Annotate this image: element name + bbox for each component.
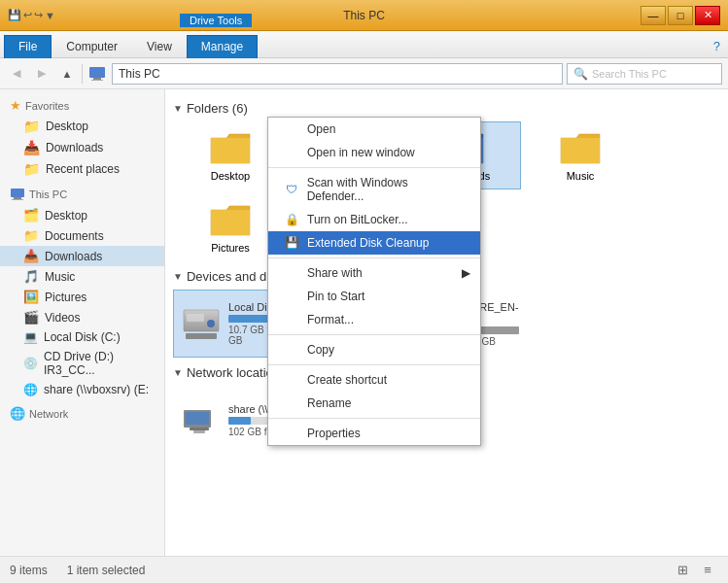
folder-icon: 📁 — [23, 119, 40, 134]
view-buttons: ⊞ ≡ — [672, 560, 718, 581]
forward-button[interactable]: ▶ — [31, 63, 52, 85]
maximize-button[interactable]: □ — [668, 6, 693, 25]
ctx-pin-start[interactable]: Pin to Start — [268, 285, 480, 308]
ctx-sep-1 — [268, 167, 480, 168]
up-button[interactable]: ▲ — [56, 63, 78, 85]
sidebar-item-music-pc[interactable]: 🎵 Music — [0, 266, 164, 287]
sidebar-item-documents-pc[interactable]: 📁 Documents — [0, 225, 164, 246]
svg-rect-11 — [186, 333, 217, 339]
this-pc-sidebar-icon — [10, 187, 25, 202]
cd-drive-icon: 💿 — [23, 357, 38, 370]
ctx-create-shortcut[interactable]: Create shortcut — [268, 368, 480, 392]
sidebar-section-network: 🌐 Network — [0, 403, 164, 424]
folder-tile-music[interactable]: Music — [523, 121, 638, 189]
ctx-bitlocker[interactable]: 🔒 Turn on BitLocker... — [268, 208, 480, 231]
network-share-icon: 🌐 — [23, 383, 38, 396]
folder-docs-icon: 📁 — [23, 228, 39, 243]
help-button[interactable]: ? — [706, 35, 728, 57]
ctx-lock-icon: 🔒 — [284, 213, 299, 226]
sidebar-item-desktop-pc[interactable]: 🗂️ Desktop — [0, 205, 164, 225]
sidebar-item-recent[interactable]: 📁 Recent places — [0, 158, 164, 180]
search-icon: 🔍 — [573, 67, 588, 81]
sidebar-item-pictures-pc[interactable]: 🖼️ Pictures — [0, 287, 164, 307]
window-controls: — □ ✕ — [641, 6, 720, 25]
address-path[interactable]: This PC — [112, 63, 563, 85]
sidebar-section-favorites: ★ Favorites 📁 Desktop 📥 Downloads 📁 Rece… — [0, 95, 164, 180]
sidebar-item-cdDrive[interactable]: 💿 CD Drive (D:) IR3_CC... — [0, 347, 164, 380]
ctx-share-arrow: ▶ — [462, 266, 470, 280]
title-bar: 💾 ↩ ↪ ▼ This PC — □ ✕ — [0, 0, 728, 31]
sidebar-item-downloads-fav[interactable]: 📥 Downloads — [0, 137, 164, 158]
ctx-open[interactable]: Open — [268, 118, 480, 141]
folder-down-icon: 📥 — [23, 140, 40, 155]
recent-icon: 📁 — [23, 161, 40, 177]
folder-music-icon: 🎵 — [23, 269, 39, 284]
ctx-format[interactable]: Format... — [268, 308, 480, 331]
svg-rect-17 — [186, 412, 209, 425]
folders-section-header: ▼ Folders (6) — [173, 101, 720, 116]
search-placeholder: Search This PC — [592, 68, 667, 80]
ribbon: File Computer View Manage ? — [0, 31, 728, 58]
sidebar-item-share[interactable]: 🌐 share (\\vboxsrv) (E: — [0, 380, 164, 399]
address-bar: ◀ ▶ ▲ This PC 🔍 Search This PC — [0, 58, 728, 89]
svg-rect-1 — [93, 78, 101, 80]
network-share-icon-large — [182, 400, 221, 439]
pictures-folder-icon — [207, 202, 254, 239]
chevron-devices: ▼ — [173, 271, 183, 282]
ctx-scan-icon: 🛡 — [284, 183, 299, 196]
window-title: This PC — [343, 9, 385, 22]
ctx-sep-4 — [268, 364, 480, 365]
view-list-button[interactable]: ≡ — [697, 560, 718, 581]
ctx-share-with[interactable]: Share with ▶ — [268, 261, 480, 285]
sidebar-header-favorites[interactable]: ★ Favorites — [0, 95, 164, 116]
separator — [82, 64, 83, 84]
minimize-button[interactable]: — — [641, 6, 666, 25]
close-button[interactable]: ✕ — [695, 6, 720, 25]
view-tiles-button[interactable]: ⊞ — [672, 560, 693, 581]
ctx-sep-5 — [268, 418, 480, 419]
folder-dl-icon: 📥 — [23, 249, 39, 263]
ctx-sep-3 — [268, 334, 480, 335]
svg-rect-9 — [187, 314, 204, 322]
ctx-sep-2 — [268, 257, 480, 258]
chevron-folders: ▼ — [173, 103, 183, 114]
back-button[interactable]: ◀ — [6, 63, 27, 85]
local-disk-icon — [182, 304, 221, 343]
svg-rect-3 — [11, 189, 24, 197]
svg-point-10 — [207, 320, 215, 327]
tab-manage[interactable]: Manage — [187, 35, 258, 58]
svg-rect-4 — [14, 197, 21, 199]
ctx-rename[interactable]: Rename — [268, 392, 480, 415]
search-box[interactable]: 🔍 Search This PC — [567, 63, 722, 85]
status-bar: 9 items 1 item selected ⊞ ≡ — [0, 556, 728, 583]
drive-tools-label: Drive Tools — [180, 14, 252, 27]
ctx-disk-cleanup[interactable]: 💾 Extended Disk Cleanup — [268, 231, 480, 255]
sidebar-item-desktop[interactable]: 📁 Desktop — [0, 116, 164, 137]
music-folder-icon — [557, 130, 604, 167]
dropdown-icon[interactable]: ▼ — [45, 10, 55, 21]
svg-rect-2 — [91, 80, 103, 81]
tab-file[interactable]: File — [4, 35, 52, 58]
ctx-properties[interactable]: Properties — [268, 422, 480, 445]
drive-c-icon: 💻 — [23, 330, 38, 344]
redo-icon: ↪ — [34, 9, 43, 21]
sidebar-item-downloads-pc[interactable]: 📥 Downloads — [0, 246, 164, 266]
sidebar-item-videos-pc[interactable]: 🎬 Videos — [0, 307, 164, 327]
sidebar-item-localDisk[interactable]: 💻 Local Disk (C:) — [0, 327, 164, 347]
tab-computer[interactable]: Computer — [52, 35, 132, 58]
selected-count: 1 item selected — [67, 564, 146, 577]
network-icon: 🌐 — [10, 406, 25, 421]
folders-label: Folders (6) — [187, 101, 248, 116]
sidebar-header-network[interactable]: 🌐 Network — [0, 403, 164, 424]
chevron-network: ▼ — [173, 367, 183, 378]
svg-rect-0 — [89, 67, 105, 78]
sidebar: ★ Favorites 📁 Desktop 📥 Downloads 📁 Rece… — [0, 89, 165, 556]
ctx-open-new-window[interactable]: Open in new window — [268, 141, 480, 164]
ctx-scan[interactable]: 🛡 Scan with Windows Defender... — [268, 171, 480, 208]
folder-pics-icon: 🖼️ — [23, 290, 39, 304]
sidebar-header-thispc[interactable]: This PC — [0, 184, 164, 205]
tab-view[interactable]: View — [132, 35, 187, 58]
context-menu: Open Open in new window 🛡 Scan with Wind… — [267, 117, 481, 446]
star-icon: ★ — [10, 98, 21, 113]
ctx-copy[interactable]: Copy — [268, 338, 480, 361]
